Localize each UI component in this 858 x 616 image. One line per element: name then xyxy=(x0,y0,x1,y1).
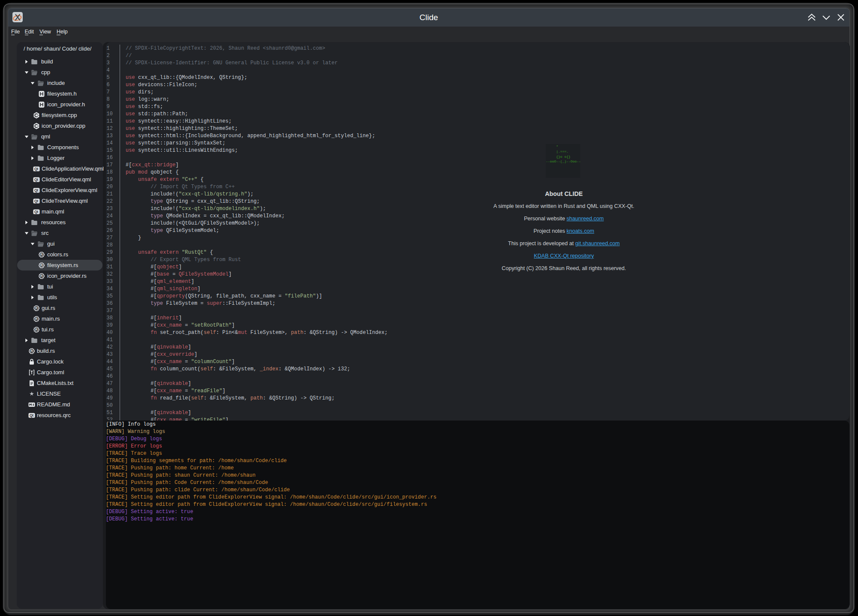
svg-text:R: R xyxy=(35,328,38,332)
svg-text:Qt: Qt xyxy=(34,177,39,182)
svg-text:Qt: Qt xyxy=(30,413,34,418)
svg-text:R: R xyxy=(35,317,38,321)
svg-text:R: R xyxy=(40,274,43,278)
svg-text:Qt: Qt xyxy=(34,167,39,171)
svg-text:Qt: Qt xyxy=(34,199,39,203)
svg-text:R: R xyxy=(30,349,33,353)
svg-text:Qt: Qt xyxy=(34,188,39,192)
svg-text:Qt: Qt xyxy=(34,210,39,214)
svg-text:R: R xyxy=(40,263,43,267)
svg-text:R: R xyxy=(40,252,43,257)
svg-text:R: R xyxy=(35,306,38,310)
